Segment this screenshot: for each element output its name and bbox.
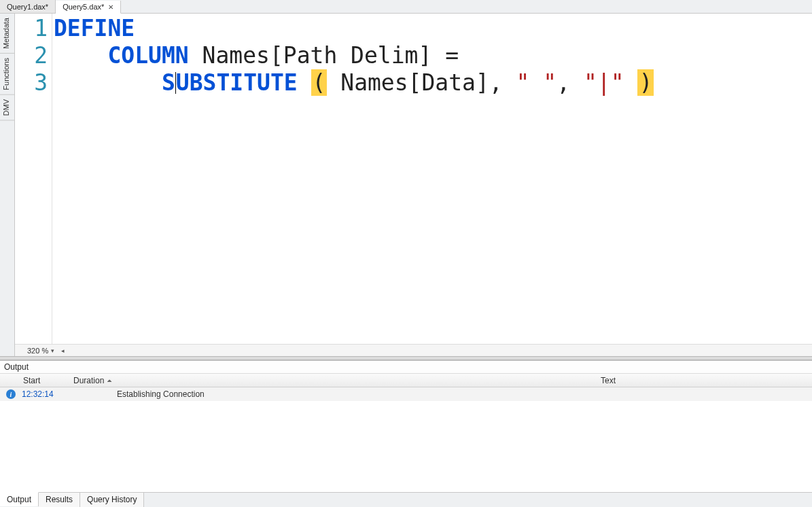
- document-tabs: Query1.dax* Query5.dax* ✕: [0, 0, 812, 14]
- col-start[interactable]: Start: [22, 376, 72, 385]
- output-row[interactable]: i 12:32:14 Establishing Connection: [0, 387, 812, 401]
- tok-comma: ,: [557, 69, 570, 96]
- tok-paren-close: ): [637, 69, 654, 96]
- row-icon-cell: i: [0, 389, 22, 399]
- tok-sp: [503, 69, 516, 96]
- code-area[interactable]: DEFINE COLUMN Names[Path Delim] = SUBSTI…: [52, 14, 812, 344]
- tab-results[interactable]: Results: [39, 493, 80, 507]
- tok-paren-open: (: [311, 69, 328, 96]
- tok-op: =: [445, 42, 459, 69]
- result-tabs: Output Results Query History: [0, 492, 812, 507]
- line-gutter: 1 2 3: [15, 14, 52, 344]
- output-rows: i 12:32:14 Establishing Connection: [0, 387, 812, 492]
- tab-query5[interactable]: Query5.dax* ✕: [56, 1, 121, 14]
- side-tab-functions[interactable]: Functions: [0, 54, 14, 95]
- tab-query-history[interactable]: Query History: [80, 493, 144, 507]
- line-number: 2: [15, 42, 52, 69]
- code-editor[interactable]: 1 2 3 DEFINE COLUMN Names[Path Delim] = …: [15, 14, 812, 344]
- side-panel-tabs: Metadata Functions DMV: [0, 14, 15, 356]
- tab-label: Query1.dax*: [7, 3, 48, 11]
- chevron-down-icon[interactable]: ▾: [51, 347, 54, 354]
- side-tab-metadata[interactable]: Metadata: [0, 14, 14, 54]
- output-header: Start Duration ⏶ Text: [0, 374, 812, 387]
- scroll-left-icon[interactable]: ◂: [61, 347, 65, 354]
- zoom-bar: 320 % ▾ ◂: [15, 344, 812, 356]
- zoom-level[interactable]: 320 %: [27, 347, 48, 355]
- tok-sp: [327, 69, 340, 96]
- col-duration-label: Duration: [73, 376, 104, 385]
- row-text: Establishing Connection: [117, 389, 812, 399]
- info-icon: i: [6, 389, 16, 399]
- tok-string: " ": [516, 69, 557, 96]
- sort-asc-icon: ⏶: [107, 377, 113, 384]
- tok-sp: [570, 69, 584, 96]
- tok-indent: [54, 69, 162, 96]
- tok-keyword: DEFINE: [54, 15, 135, 41]
- col-text[interactable]: Text: [599, 376, 812, 385]
- tok-ident: Names[Data]: [340, 69, 489, 96]
- text-cursor: [175, 72, 176, 94]
- col-duration[interactable]: Duration ⏶: [72, 376, 599, 385]
- tok-string: "|": [584, 69, 624, 96]
- tok-keyword: COLUMN: [107, 42, 188, 69]
- tab-output[interactable]: Output: [0, 492, 39, 506]
- line-number: 1: [15, 15, 52, 42]
- side-tab-dmv[interactable]: DMV: [0, 95, 14, 120]
- tab-query1[interactable]: Query1.dax*: [0, 0, 56, 13]
- tok-sp: [624, 69, 638, 96]
- line-number: 3: [15, 69, 52, 97]
- tok-function: SUBSTITUTE: [162, 69, 298, 96]
- tok-sp: [431, 42, 445, 69]
- editor-wrap: 1 2 3 DEFINE COLUMN Names[Path Delim] = …: [15, 14, 812, 356]
- tok-sp: [189, 42, 202, 69]
- row-start: 12:32:14: [22, 389, 72, 399]
- tok-sp: [298, 69, 311, 96]
- output-title: Output: [0, 361, 812, 374]
- tok-indent: [54, 42, 107, 69]
- output-panel: Output Start Duration ⏶ Text i 12:32:14 …: [0, 360, 812, 507]
- tab-label: Query5.dax*: [63, 3, 104, 11]
- main-area: Metadata Functions DMV 1 2 3 DEFINE COLU…: [0, 14, 812, 356]
- close-icon[interactable]: ✕: [108, 3, 113, 11]
- tok-comma: ,: [489, 69, 503, 96]
- tok-ident: Names[Path Delim]: [202, 42, 432, 69]
